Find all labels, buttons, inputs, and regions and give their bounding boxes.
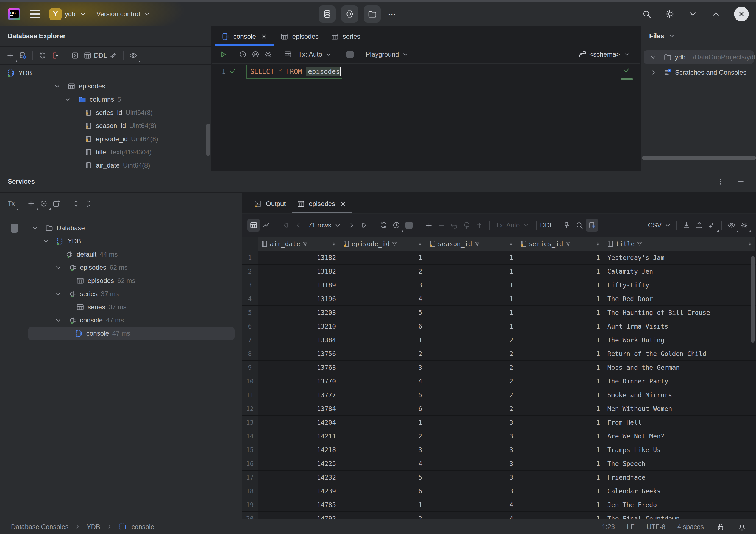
view-as-table-button[interactable] bbox=[282, 48, 294, 61]
import-data-button[interactable] bbox=[693, 219, 705, 231]
edit-as-button[interactable] bbox=[705, 219, 718, 231]
row-number[interactable]: 14 bbox=[242, 429, 258, 443]
cell-season_id[interactable]: 4 bbox=[426, 498, 517, 512]
explorer-item-series-id[interactable]: series_idUint64(8) bbox=[0, 106, 211, 119]
cell-series_id[interactable]: 1 bbox=[517, 470, 604, 484]
row-number[interactable]: 8 bbox=[242, 347, 258, 360]
data-view-options-button[interactable] bbox=[725, 219, 738, 231]
cell-title[interactable]: Men Without Women bbox=[604, 402, 756, 415]
editor-tab-console[interactable]: console bbox=[215, 27, 274, 46]
cell-episode_id[interactable]: 2 bbox=[340, 429, 426, 443]
cell-season_id[interactable]: 1 bbox=[426, 251, 517, 264]
cell-series_id[interactable]: 1 bbox=[517, 443, 604, 457]
refresh-button[interactable] bbox=[36, 49, 49, 62]
explorer-item-air-date[interactable]: air_dateUint64(8) bbox=[0, 159, 211, 172]
page-size-select[interactable]: 71 rows bbox=[308, 221, 342, 229]
file-encoding[interactable]: UTF-8 bbox=[647, 523, 665, 531]
cell-title[interactable]: Aunt Irma Visits bbox=[604, 319, 756, 333]
explorer-item-episodes[interactable]: episodes bbox=[0, 80, 211, 93]
editor-tab-series[interactable]: series bbox=[325, 27, 366, 46]
notifications-bell-icon[interactable] bbox=[737, 522, 747, 531]
filter-funnel-icon[interactable] bbox=[474, 241, 480, 247]
column-header-episode_id[interactable]: episode_id bbox=[340, 237, 426, 251]
open-table-button[interactable] bbox=[81, 49, 94, 62]
sort-icon[interactable] bbox=[331, 241, 337, 247]
cell-episode_id[interactable]: 5 bbox=[340, 470, 426, 484]
cell-title[interactable]: Friendface bbox=[604, 470, 756, 484]
settings-gear-icon[interactable] bbox=[665, 9, 675, 19]
cell-series_id[interactable]: 1 bbox=[517, 264, 604, 278]
cell-season_id[interactable]: 3 bbox=[426, 470, 517, 484]
data-source-properties-button[interactable] bbox=[16, 49, 29, 62]
project-files-button[interactable] bbox=[364, 6, 381, 22]
service-item-default[interactable]: default44 ms bbox=[0, 248, 241, 261]
cell-air_date[interactable]: 13182 bbox=[258, 264, 340, 278]
sort-icon[interactable] bbox=[508, 241, 514, 247]
caret-position[interactable]: 1:23 bbox=[602, 523, 615, 531]
cell-series_id[interactable]: 1 bbox=[517, 498, 604, 512]
row-number[interactable]: 11 bbox=[242, 388, 258, 402]
service-item-series[interactable]: series37 ms bbox=[0, 301, 241, 314]
add-row-button[interactable] bbox=[422, 219, 435, 231]
cell-title[interactable]: The Dinner Party bbox=[604, 374, 756, 388]
column-header-title[interactable]: title bbox=[604, 237, 756, 251]
cell-episode_id[interactable]: 4 bbox=[340, 292, 426, 306]
row-number[interactable]: 2 bbox=[242, 264, 258, 278]
search-icon[interactable] bbox=[642, 9, 652, 19]
explorer-item-episode-id[interactable]: episode_idUint64(8) bbox=[0, 132, 211, 146]
cell-air_date[interactable]: 13384 bbox=[258, 333, 340, 347]
tab-episodes-result[interactable]: episodes bbox=[291, 194, 353, 213]
cell-air_date[interactable]: 13763 bbox=[258, 361, 340, 374]
next-page-button[interactable] bbox=[345, 219, 358, 231]
query-history-button[interactable] bbox=[236, 48, 249, 61]
cell-air_date[interactable]: 13784 bbox=[258, 402, 340, 415]
chevron-down-icon[interactable] bbox=[31, 224, 39, 232]
cell-air_date[interactable]: 14211 bbox=[258, 429, 340, 443]
close-icon[interactable] bbox=[339, 200, 347, 208]
result-tx-mode[interactable]: Tx: Auto bbox=[496, 221, 530, 229]
session-select[interactable]: Playground bbox=[365, 50, 409, 59]
cell-series_id[interactable]: 1 bbox=[517, 278, 604, 292]
reload-data-button[interactable] bbox=[377, 219, 390, 231]
grid-corner[interactable] bbox=[242, 237, 258, 251]
cell-episode_id[interactable]: 1 bbox=[340, 251, 426, 264]
cell-title[interactable]: Return of the Golden Child bbox=[604, 347, 756, 360]
cell-episode_id[interactable]: 6 bbox=[340, 484, 426, 498]
cell-series_id[interactable]: 1 bbox=[517, 374, 604, 388]
cell-series_id[interactable]: 1 bbox=[517, 484, 604, 498]
cell-season_id[interactable]: 2 bbox=[426, 388, 517, 402]
row-number[interactable]: 7 bbox=[242, 333, 258, 347]
cell-episode_id[interactable]: 6 bbox=[340, 319, 426, 333]
sort-icon[interactable] bbox=[595, 241, 601, 247]
tree-toggle[interactable] bbox=[54, 316, 65, 324]
column-header-season_id[interactable]: season_id bbox=[426, 237, 517, 251]
service-item-console[interactable]: console47 ms bbox=[0, 327, 241, 340]
cell-title[interactable]: The Work Outing bbox=[604, 333, 756, 347]
cell-episode_id[interactable]: 5 bbox=[340, 388, 426, 402]
close-icon[interactable] bbox=[260, 32, 268, 40]
find-in-grid-button[interactable] bbox=[573, 219, 586, 231]
inspection-widget[interactable] bbox=[619, 66, 634, 89]
chevron-down-icon[interactable] bbox=[54, 316, 62, 324]
filter-funnel-icon[interactable] bbox=[636, 241, 643, 247]
cell-season_id[interactable]: 1 bbox=[426, 306, 517, 319]
cell-season_id[interactable]: 1 bbox=[426, 264, 517, 278]
submit-button[interactable] bbox=[473, 219, 486, 231]
cell-title[interactable]: Yesterday's Jam bbox=[604, 251, 756, 264]
schema-select[interactable]: <schema> bbox=[578, 50, 631, 59]
cell-title[interactable]: Are We Not Men? bbox=[604, 429, 756, 443]
cell-series_id[interactable]: 1 bbox=[517, 457, 604, 470]
lock-open-icon[interactable] bbox=[716, 522, 725, 531]
chevron-down-icon[interactable] bbox=[649, 53, 657, 61]
ddl-button[interactable]: DDL bbox=[94, 49, 107, 62]
tree-toggle[interactable] bbox=[54, 263, 65, 272]
cell-series_id[interactable]: 1 bbox=[517, 319, 604, 333]
cell-season_id[interactable]: 3 bbox=[426, 415, 517, 429]
cell-season_id[interactable]: 1 bbox=[426, 292, 517, 306]
cell-season_id[interactable]: 1 bbox=[426, 319, 517, 333]
row-number[interactable]: 16 bbox=[242, 457, 258, 470]
row-number[interactable]: 19 bbox=[242, 498, 258, 512]
cell-title[interactable]: Fifty-Fifty bbox=[604, 278, 756, 292]
cell-air_date[interactable]: 14239 bbox=[258, 484, 340, 498]
row-number[interactable]: 15 bbox=[242, 443, 258, 457]
